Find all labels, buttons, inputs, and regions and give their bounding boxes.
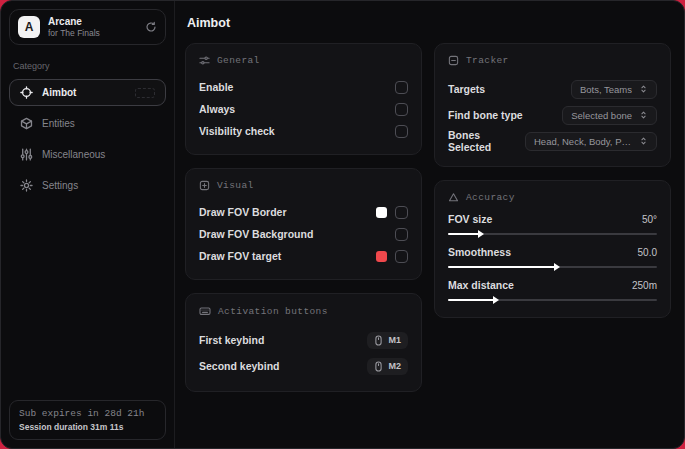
- draw-fov-border-checkbox[interactable]: [395, 206, 408, 219]
- subscription-card: Sub expires in 28d 21h Session duration …: [9, 400, 166, 440]
- chevrons-up-down-icon: [639, 110, 648, 120]
- keybind-value: M2: [388, 361, 401, 371]
- general-card: General Enable Always Visibility check: [185, 43, 422, 155]
- setting-row-enable: Enable: [199, 76, 408, 98]
- slider-thumb[interactable]: [493, 296, 499, 304]
- setting-row-always: Always: [199, 98, 408, 120]
- slider-value: 50°: [642, 214, 657, 225]
- setting-row-second-keybind: Second keybind M2: [199, 353, 408, 379]
- crosshair-icon: [20, 86, 33, 99]
- triangle-icon: [448, 192, 459, 203]
- color-swatch[interactable]: [376, 251, 387, 262]
- always-checkbox[interactable]: [395, 103, 408, 116]
- activation-buttons-card: Activation buttons First keybind M1 Seco…: [185, 293, 422, 392]
- session-duration-text: Session duration 31m 11s: [19, 422, 156, 432]
- enable-checkbox[interactable]: [395, 81, 408, 94]
- bones-selected-select[interactable]: Head, Neck, Body, Pe..: [525, 132, 657, 151]
- setting-row-draw-fov-background: Draw FOV Background: [199, 223, 408, 245]
- app-header-card: A Arcane for The Finals: [9, 9, 166, 45]
- slider-label: FOV size: [448, 213, 492, 225]
- frame-minus-icon: [448, 55, 459, 66]
- main-content: Aimbot General Enable Alw: [175, 1, 685, 448]
- setting-label: Draw FOV target: [199, 250, 281, 262]
- draw-fov-background-checkbox[interactable]: [395, 228, 408, 241]
- setting-label: Draw FOV Border: [199, 206, 287, 218]
- setting-label: Always: [199, 103, 235, 115]
- card-title: Accuracy: [466, 192, 515, 203]
- entities-cube-icon: [20, 117, 33, 130]
- max-distance-slider[interactable]: [448, 299, 657, 301]
- sidebar-item-miscellaneous[interactable]: Miscellaneous: [9, 141, 166, 168]
- card-title: Visual: [217, 180, 254, 191]
- sidebar-item-label: Aimbot: [42, 87, 126, 98]
- slider-label: Max distance: [448, 279, 514, 291]
- card-title: Tracker: [466, 55, 509, 66]
- mouse-icon: [374, 335, 383, 346]
- select-value: Selected bone: [571, 110, 632, 121]
- slider-thumb[interactable]: [554, 263, 560, 271]
- setting-label: Visibility check: [199, 125, 275, 137]
- setting-label: Targets: [448, 83, 485, 95]
- left-column: General Enable Always Visibility check: [185, 43, 422, 392]
- sidebar-item-label: Settings: [42, 180, 155, 191]
- select-value: Bots, Teams: [580, 84, 632, 95]
- page-title: Aimbot: [187, 16, 671, 30]
- setting-label: Enable: [199, 81, 233, 93]
- slider-fill: [448, 266, 555, 268]
- tracker-card: Tracker Targets Bots, Teams Find bone ty…: [434, 43, 671, 167]
- setting-label: Bones Selected: [448, 129, 525, 153]
- app-window: A Arcane for The Finals Category Aimbot …: [0, 0, 685, 449]
- setting-row-draw-fov-target: Draw FOV target: [199, 245, 408, 267]
- draw-fov-target-checkbox[interactable]: [395, 250, 408, 263]
- setting-row-first-keybind: First keybind M1: [199, 327, 408, 353]
- slider-group-fov-size: FOV size 50°: [448, 213, 657, 235]
- select-value: Head, Neck, Body, Pe..: [534, 136, 632, 147]
- slider-thumb[interactable]: [478, 230, 484, 238]
- fov-size-slider[interactable]: [448, 233, 657, 235]
- targets-select[interactable]: Bots, Teams: [571, 80, 657, 99]
- find-bone-type-select[interactable]: Selected bone: [562, 106, 657, 125]
- setting-label: Second keybind: [199, 360, 280, 372]
- app-name: Arcane: [48, 16, 137, 27]
- keyboard-icon: [199, 305, 211, 317]
- sidebar: A Arcane for The Finals Category Aimbot …: [1, 1, 175, 448]
- right-column: Tracker Targets Bots, Teams Find bone ty…: [434, 43, 671, 318]
- sidebar-item-label: Entities: [42, 118, 155, 129]
- sidebar-item-aimbot[interactable]: Aimbot: [9, 79, 166, 106]
- setting-label: First keybind: [199, 334, 264, 346]
- sliders-horizontal-icon: [199, 55, 210, 66]
- sliders-vertical-icon: [20, 148, 33, 161]
- accuracy-card: Accuracy FOV size 50°: [434, 180, 671, 318]
- app-meta: Arcane for The Finals: [48, 16, 137, 38]
- color-swatch[interactable]: [376, 207, 387, 218]
- slider-label: Smoothness: [448, 246, 511, 258]
- refresh-icon[interactable]: [145, 21, 157, 33]
- sidebar-item-entities[interactable]: Entities: [9, 110, 166, 137]
- visibility-check-checkbox[interactable]: [395, 125, 408, 138]
- chevrons-up-down-icon: [639, 84, 648, 94]
- keybind-hint-placeholder: [135, 88, 155, 98]
- mouse-icon: [374, 361, 383, 372]
- setting-row-draw-fov-border: Draw FOV Border: [199, 201, 408, 223]
- chevrons-up-down-icon: [639, 136, 648, 146]
- slider-fill: [448, 233, 479, 235]
- setting-row-visibility-check: Visibility check: [199, 120, 408, 142]
- setting-row-bones-selected: Bones Selected Head, Neck, Body, Pe..: [448, 128, 657, 154]
- app-logo: A: [18, 16, 40, 38]
- first-keybind-button[interactable]: M1: [367, 332, 408, 349]
- sidebar-item-settings[interactable]: Settings: [9, 172, 166, 199]
- setting-label: Draw FOV Background: [199, 228, 313, 240]
- setting-label: Find bone type: [448, 109, 523, 121]
- second-keybind-button[interactable]: M2: [367, 358, 408, 375]
- gear-icon: [20, 179, 33, 192]
- slider-group-max-distance: Max distance 250m: [448, 279, 657, 301]
- sidebar-spacer: [9, 203, 166, 400]
- smoothness-slider[interactable]: [448, 266, 657, 268]
- app-logo-letter: A: [25, 20, 34, 34]
- visual-card: Visual Draw FOV Border Draw FOV Backgrou…: [185, 168, 422, 280]
- square-plus-icon: [199, 180, 210, 191]
- sidebar-item-label: Miscellaneous: [42, 149, 155, 160]
- desktop-background: A Arcane for The Finals Category Aimbot …: [0, 0, 685, 449]
- card-title: General: [217, 55, 260, 66]
- app-subtitle: for The Finals: [48, 28, 137, 38]
